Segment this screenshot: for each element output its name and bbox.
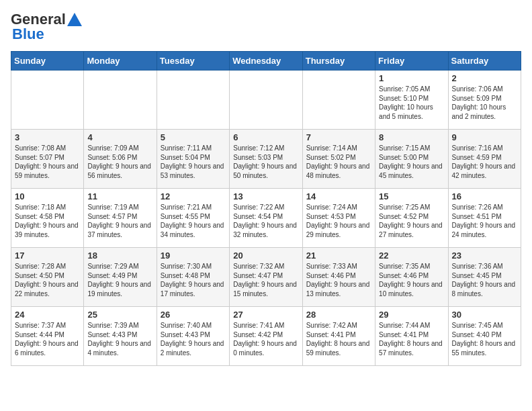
day-number: 9 (452, 132, 517, 142)
calendar-cell: 29Sunrise: 7:44 AMSunset: 4:41 PMDayligh… (375, 307, 448, 366)
day-info: Sunrise: 7:44 AMSunset: 4:41 PMDaylight:… (379, 321, 444, 357)
day-number: 13 (233, 191, 298, 201)
day-info: Sunrise: 7:15 AMSunset: 5:00 PMDaylight:… (379, 144, 444, 180)
day-info: Sunrise: 7:19 AMSunset: 4:57 PMDaylight:… (87, 203, 152, 239)
day-info: Sunrise: 7:22 AMSunset: 4:54 PMDaylight:… (233, 203, 298, 239)
day-number: 23 (452, 250, 517, 261)
day-number: 6 (233, 132, 298, 142)
day-info: Sunrise: 7:18 AMSunset: 4:58 PMDaylight:… (15, 203, 80, 239)
calendar-cell: 10Sunrise: 7:18 AMSunset: 4:58 PMDayligh… (11, 189, 84, 248)
day-number: 26 (161, 310, 226, 320)
day-info: Sunrise: 7:11 AMSunset: 5:04 PMDaylight:… (161, 144, 226, 180)
day-info: Sunrise: 7:32 AMSunset: 4:47 PMDaylight:… (233, 262, 298, 298)
day-info: Sunrise: 7:14 AMSunset: 5:02 PMDaylight:… (306, 144, 371, 180)
calendar-cell (230, 71, 302, 130)
day-info: Sunrise: 7:40 AMSunset: 4:43 PMDaylight:… (161, 321, 226, 357)
weekday-header-wednesday: Wednesday (230, 52, 302, 71)
day-number: 21 (306, 250, 371, 261)
day-number: 27 (233, 310, 298, 320)
day-info: Sunrise: 7:25 AMSunset: 4:52 PMDaylight:… (379, 203, 444, 239)
day-number: 22 (379, 250, 444, 261)
calendar-cell: 2Sunrise: 7:06 AMSunset: 5:09 PMDaylight… (448, 71, 521, 130)
calendar-cell: 23Sunrise: 7:36 AMSunset: 4:45 PMDayligh… (448, 248, 521, 307)
day-info: Sunrise: 7:12 AMSunset: 5:03 PMDaylight:… (233, 144, 298, 180)
day-number: 8 (379, 132, 444, 142)
day-number: 7 (306, 132, 371, 142)
calendar-cell: 24Sunrise: 7:37 AMSunset: 4:44 PMDayligh… (11, 307, 84, 366)
day-number: 2 (452, 73, 517, 83)
calendar-cell: 9Sunrise: 7:16 AMSunset: 4:59 PMDaylight… (448, 130, 521, 189)
day-number: 24 (15, 310, 80, 320)
day-number: 17 (15, 250, 80, 261)
calendar-cell: 15Sunrise: 7:25 AMSunset: 4:52 PMDayligh… (375, 189, 448, 248)
day-number: 19 (161, 250, 226, 261)
day-info: Sunrise: 7:08 AMSunset: 5:07 PMDaylight:… (15, 144, 80, 180)
calendar-cell (302, 71, 375, 130)
day-info: Sunrise: 7:06 AMSunset: 5:09 PMDaylight:… (452, 85, 517, 121)
day-number: 3 (15, 132, 80, 142)
day-number: 1 (379, 73, 444, 83)
calendar-cell: 27Sunrise: 7:41 AMSunset: 4:42 PMDayligh… (230, 307, 302, 366)
day-info: Sunrise: 7:37 AMSunset: 4:44 PMDaylight:… (15, 321, 80, 357)
day-info: Sunrise: 7:05 AMSunset: 5:10 PMDaylight:… (379, 85, 444, 121)
day-info: Sunrise: 7:24 AMSunset: 4:53 PMDaylight:… (306, 203, 371, 239)
svg-marker-0 (67, 13, 82, 26)
day-info: Sunrise: 7:28 AMSunset: 4:50 PMDaylight:… (15, 262, 80, 298)
day-info: Sunrise: 7:09 AMSunset: 5:06 PMDaylight:… (87, 144, 152, 180)
day-number: 30 (452, 310, 517, 320)
day-info: Sunrise: 7:30 AMSunset: 4:48 PMDaylight:… (161, 262, 226, 298)
day-info: Sunrise: 7:45 AMSunset: 4:40 PMDaylight:… (452, 321, 517, 357)
calendar-cell: 11Sunrise: 7:19 AMSunset: 4:57 PMDayligh… (84, 189, 157, 248)
calendar-cell: 19Sunrise: 7:30 AMSunset: 4:48 PMDayligh… (157, 248, 229, 307)
day-number: 18 (87, 250, 152, 261)
day-info: Sunrise: 7:21 AMSunset: 4:55 PMDaylight:… (161, 203, 226, 239)
calendar-cell: 4Sunrise: 7:09 AMSunset: 5:06 PMDaylight… (84, 130, 157, 189)
logo: General Blue (11, 11, 82, 43)
calendar-cell: 21Sunrise: 7:33 AMSunset: 4:46 PMDayligh… (302, 248, 375, 307)
calendar-cell: 28Sunrise: 7:42 AMSunset: 4:41 PMDayligh… (302, 307, 375, 366)
calendar-cell: 7Sunrise: 7:14 AMSunset: 5:02 PMDaylight… (302, 130, 375, 189)
calendar-cell: 22Sunrise: 7:35 AMSunset: 4:46 PMDayligh… (375, 248, 448, 307)
day-info: Sunrise: 7:16 AMSunset: 4:59 PMDaylight:… (452, 144, 517, 180)
day-info: Sunrise: 7:42 AMSunset: 4:41 PMDaylight:… (306, 321, 371, 357)
logo-icon (67, 13, 82, 26)
day-info: Sunrise: 7:29 AMSunset: 4:49 PMDaylight:… (87, 262, 152, 298)
page-header: General Blue (11, 11, 521, 43)
day-number: 11 (87, 191, 152, 201)
calendar-cell: 30Sunrise: 7:45 AMSunset: 4:40 PMDayligh… (448, 307, 521, 366)
day-info: Sunrise: 7:33 AMSunset: 4:46 PMDaylight:… (306, 262, 371, 298)
day-number: 10 (15, 191, 80, 201)
calendar-cell: 25Sunrise: 7:39 AMSunset: 4:43 PMDayligh… (84, 307, 157, 366)
calendar-cell: 16Sunrise: 7:26 AMSunset: 4:51 PMDayligh… (448, 189, 521, 248)
day-number: 16 (452, 191, 517, 201)
calendar-cell: 14Sunrise: 7:24 AMSunset: 4:53 PMDayligh… (302, 189, 375, 248)
calendar-cell: 18Sunrise: 7:29 AMSunset: 4:49 PMDayligh… (84, 248, 157, 307)
calendar-cell: 6Sunrise: 7:12 AMSunset: 5:03 PMDaylight… (230, 130, 302, 189)
day-number: 20 (233, 250, 298, 261)
calendar-cell: 12Sunrise: 7:21 AMSunset: 4:55 PMDayligh… (157, 189, 229, 248)
weekday-header-tuesday: Tuesday (157, 52, 229, 71)
day-info: Sunrise: 7:26 AMSunset: 4:51 PMDaylight:… (452, 203, 517, 239)
calendar-table: SundayMondayTuesdayWednesdayThursdayFrid… (11, 51, 521, 366)
calendar-cell: 1Sunrise: 7:05 AMSunset: 5:10 PMDaylight… (375, 71, 448, 130)
day-number: 15 (379, 191, 444, 201)
day-info: Sunrise: 7:39 AMSunset: 4:43 PMDaylight:… (87, 321, 152, 357)
calendar-cell: 17Sunrise: 7:28 AMSunset: 4:50 PMDayligh… (11, 248, 84, 307)
calendar-cell: 5Sunrise: 7:11 AMSunset: 5:04 PMDaylight… (157, 130, 229, 189)
calendar-cell: 8Sunrise: 7:15 AMSunset: 5:00 PMDaylight… (375, 130, 448, 189)
day-number: 12 (161, 191, 226, 201)
day-number: 4 (87, 132, 152, 142)
day-number: 28 (306, 310, 371, 320)
day-number: 5 (161, 132, 226, 142)
calendar-cell: 3Sunrise: 7:08 AMSunset: 5:07 PMDaylight… (11, 130, 84, 189)
calendar-cell: 13Sunrise: 7:22 AMSunset: 4:54 PMDayligh… (230, 189, 302, 248)
day-number: 29 (379, 310, 444, 320)
day-number: 25 (87, 310, 152, 320)
day-info: Sunrise: 7:36 AMSunset: 4:45 PMDaylight:… (452, 262, 517, 298)
weekday-header-thursday: Thursday (302, 52, 375, 71)
weekday-header-saturday: Saturday (448, 52, 521, 71)
logo-blue-text: Blue (12, 26, 44, 43)
calendar-cell: 26Sunrise: 7:40 AMSunset: 4:43 PMDayligh… (157, 307, 229, 366)
day-info: Sunrise: 7:35 AMSunset: 4:46 PMDaylight:… (379, 262, 444, 298)
calendar-cell (84, 71, 157, 130)
